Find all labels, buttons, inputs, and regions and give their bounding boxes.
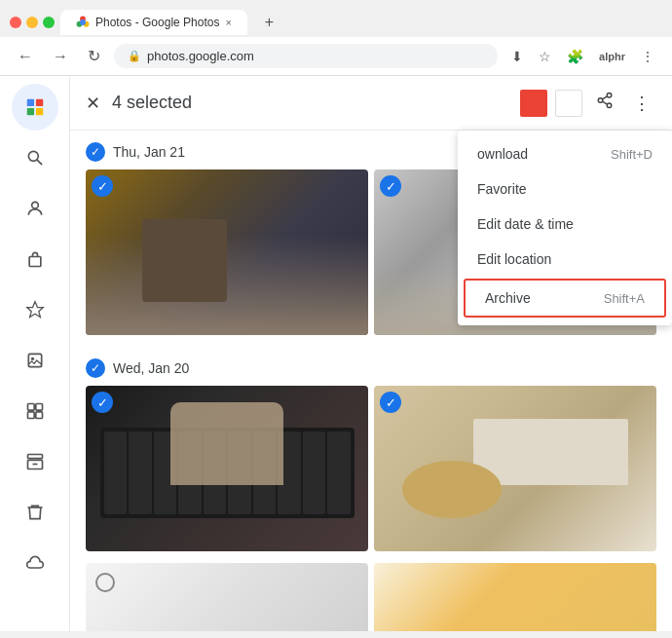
photo-item-4[interactable]: ✓ — [374, 386, 656, 551]
nav-actions: ⬇ ☆ 🧩 alphr ⋮ — [505, 45, 660, 68]
sidebar — [0, 76, 70, 631]
photo-grid-partial — [86, 563, 656, 631]
sidebar-item-search[interactable] — [12, 134, 58, 181]
sidebar-item-albums[interactable] — [12, 337, 58, 384]
photo-check-2: ✓ — [380, 175, 401, 197]
sidebar-item-archive[interactable] — [12, 438, 58, 485]
date-check-wed[interactable]: ✓ — [86, 358, 105, 378]
svg-rect-16 — [35, 404, 42, 411]
date-header-wed: ✓ Wed, Jan 20 — [86, 347, 656, 386]
photo-item-3[interactable]: ✓ — [86, 386, 368, 551]
deselect-button[interactable]: ✕ — [86, 93, 100, 114]
date-label-thu: Thu, Jan 21 — [113, 144, 185, 160]
sidebar-item-trash[interactable] — [12, 489, 58, 536]
menu-label-edit-date: Edit date & time — [477, 216, 574, 232]
back-button[interactable]: ← — [12, 44, 39, 69]
svg-rect-5 — [35, 99, 42, 106]
google-photos-favicon-icon — [76, 16, 90, 29]
svg-rect-7 — [35, 108, 42, 115]
sidebar-item-utilities[interactable] — [12, 388, 58, 434]
maximize-traffic-light[interactable] — [43, 17, 55, 28]
forward-button[interactable]: → — [47, 44, 74, 69]
svg-rect-15 — [27, 404, 34, 411]
new-tab-button[interactable]: + — [253, 8, 285, 37]
menu-item-archive[interactable]: Archive Shift+A — [464, 279, 666, 318]
minimize-traffic-light[interactable] — [26, 17, 38, 28]
svg-marker-12 — [26, 302, 43, 318]
svg-rect-17 — [27, 412, 34, 419]
svg-rect-11 — [29, 257, 41, 267]
chrome-menu-button[interactable]: ⋮ — [635, 45, 660, 68]
traffic-lights — [10, 17, 55, 28]
close-traffic-light[interactable] — [10, 17, 21, 28]
svg-rect-4 — [26, 99, 33, 106]
svg-line-23 — [602, 96, 607, 99]
svg-point-14 — [30, 357, 33, 360]
sidebar-item-photos[interactable] — [12, 84, 58, 131]
share-button[interactable] — [590, 86, 619, 120]
main-area: ✕ 4 selected ⋮ ✓ Thu, Jan 21 ✓ — [70, 76, 672, 631]
svg-rect-13 — [28, 354, 41, 366]
photo-item-1[interactable]: ✓ — [86, 169, 368, 335]
more-options-button[interactable]: ⋮ — [627, 87, 656, 120]
menu-label-edit-location: Edit location — [477, 251, 551, 267]
tab-close-button[interactable]: × — [225, 17, 231, 28]
lock-icon: 🔒 — [128, 50, 141, 62]
color-swatch-red — [520, 90, 547, 117]
svg-point-10 — [31, 202, 38, 208]
extensions-button[interactable]: 🧩 — [561, 45, 589, 68]
sidebar-item-people[interactable] — [12, 185, 58, 232]
sidebar-item-favorites[interactable] — [12, 286, 58, 333]
title-bar: Photos - Google Photos × + — [0, 0, 672, 37]
action-icons: ⋮ — [520, 86, 656, 120]
address-bar[interactable]: 🔒 photos.google.com — [114, 44, 498, 68]
color-swatch-white — [555, 90, 582, 117]
date-check-thu[interactable]: ✓ — [86, 142, 105, 162]
sidebar-item-cloud[interactable] — [12, 540, 58, 586]
url-text: photos.google.com — [147, 49, 254, 63]
svg-rect-6 — [26, 108, 33, 115]
tab-title: Photos - Google Photos — [95, 16, 219, 29]
svg-rect-18 — [35, 412, 42, 419]
menu-item-favorite[interactable]: Favorite — [458, 171, 672, 206]
app-container: ✕ 4 selected ⋮ ✓ Thu, Jan 21 ✓ — [0, 76, 672, 631]
photo-item-6[interactable] — [374, 563, 656, 631]
photo-grid-wed: ✓ ✓ — [86, 386, 656, 551]
ext-label-button[interactable]: alphr — [593, 47, 631, 66]
date-label-wed: Wed, Jan 20 — [113, 360, 189, 376]
refresh-button[interactable]: ↻ — [82, 43, 106, 69]
menu-shortcut-download: Shift+D — [611, 147, 653, 162]
menu-item-download[interactable]: ownload Shift+D — [458, 136, 672, 171]
menu-label-download: ownload — [477, 146, 528, 162]
browser-tab[interactable]: Photos - Google Photos × — [60, 10, 247, 35]
menu-item-edit-date[interactable]: Edit date & time — [458, 206, 672, 242]
browser-chrome: Photos - Google Photos × + ← → ↻ 🔒 photo… — [0, 0, 672, 76]
menu-shortcut-archive: Shift+A — [604, 291, 645, 306]
bookmark-button[interactable]: ☆ — [533, 45, 557, 68]
navigation-bar: ← → ↻ 🔒 photos.google.com ⬇ ☆ 🧩 alphr ⋮ — [0, 37, 672, 76]
photo-check-1: ✓ — [92, 175, 113, 197]
dropdown-menu: ownload Shift+D Favorite Edit date & tim… — [458, 131, 672, 325]
download-nav-button[interactable]: ⬇ — [505, 45, 529, 68]
svg-line-22 — [602, 101, 607, 104]
top-bar: ✕ 4 selected ⋮ — [70, 76, 672, 131]
menu-label-favorite: Favorite — [477, 181, 527, 197]
svg-line-9 — [37, 160, 42, 165]
sidebar-item-shop[interactable] — [12, 236, 58, 282]
svg-rect-19 — [27, 455, 42, 459]
menu-item-edit-location[interactable]: Edit location — [458, 242, 672, 277]
photo-item-5[interactable] — [86, 563, 368, 631]
selected-count-label: 4 selected — [112, 93, 508, 113]
menu-label-archive: Archive — [485, 290, 531, 306]
svg-point-3 — [80, 19, 86, 25]
photo-check-4: ✓ — [380, 392, 401, 413]
photo-check-3: ✓ — [92, 392, 113, 413]
